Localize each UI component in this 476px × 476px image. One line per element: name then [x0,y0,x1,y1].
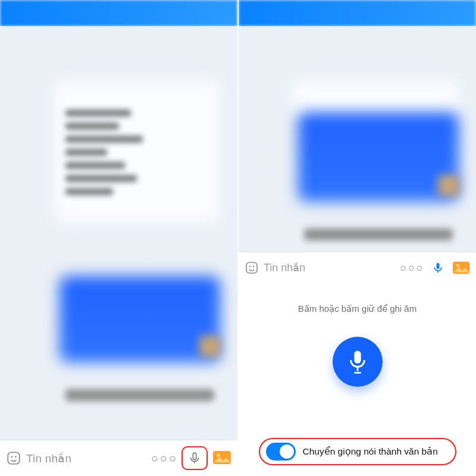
svg-rect-0 [8,452,20,464]
speech-to-text-label: Chuyển giọng nói thành văn bản [303,446,438,457]
svg-point-5 [217,453,220,457]
svg-rect-12 [354,351,361,364]
svg-rect-3 [193,453,196,459]
speech-to-text-toggle-highlight: Chuyển giọng nói thành văn bản [259,438,456,465]
more-icon[interactable]: ○○○ [148,452,181,465]
svg-point-7 [249,266,250,267]
speech-to-text-switch[interactable] [266,443,296,461]
chat-area [0,26,237,476]
svg-point-1 [11,456,12,458]
right-pane: Tin nhắn ○○○ Bấm hoặc bấm giữ để ghi âm [239,0,476,476]
record-button[interactable] [333,337,383,387]
gallery-icon[interactable] [212,450,231,466]
gallery-icon[interactable] [452,261,470,275]
more-icon[interactable]: ○○○ [397,262,427,274]
title-bar [0,0,237,26]
smiley-icon[interactable] [6,450,21,466]
svg-rect-9 [437,263,440,269]
message-input[interactable]: Tin nhắn [26,452,148,465]
svg-point-2 [15,456,17,458]
left-pane: Tin nhắn ○○○ [0,0,237,476]
mic-icon[interactable] [432,259,444,276]
title-bar [239,0,476,26]
svg-rect-6 [246,262,257,273]
chat-area [239,26,476,252]
svg-point-8 [253,266,254,267]
mic-button-highlight[interactable] [181,446,208,470]
svg-point-11 [456,264,460,267]
smiley-icon[interactable] [245,261,259,275]
message-input[interactable]: Tin nhắn [264,261,397,274]
voice-panel: Bấm hoặc bấm giữ để ghi âm Chuyển giọng … [239,283,476,476]
composer-bar: Tin nhắn ○○○ [239,252,476,283]
composer-bar: Tin nhắn ○○○ [0,440,237,476]
voice-hint: Bấm hoặc bấm giữ để ghi âm [298,303,416,314]
